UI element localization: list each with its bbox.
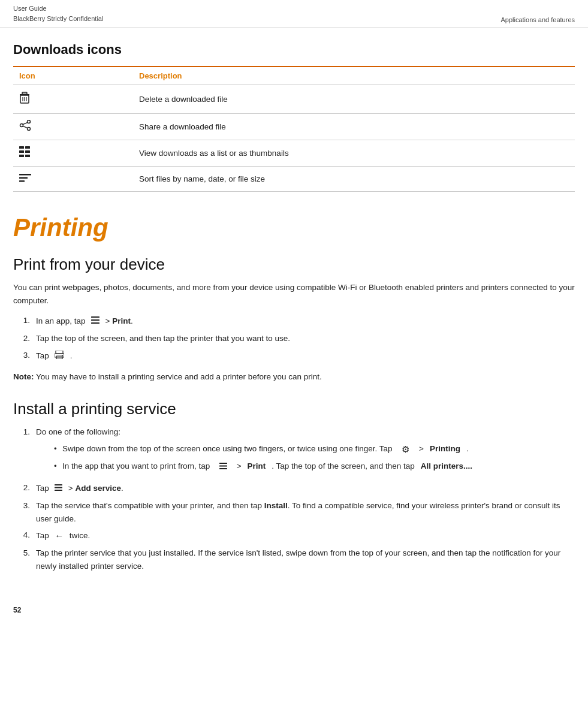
page-header: User Guide BlackBerry Strictly Confident… [0,0,588,28]
svg-point-7 [28,128,31,131]
install-steps-list: 1. Do one of the following: Swipe down f… [13,426,575,572]
print-note: Note: You may have to install a printing… [13,370,575,384]
description-cell-share: Share a downloaded file [133,114,575,140]
icon-cell-trash [13,85,133,114]
print-step-2: 2. Tap the top of the screen, and then t… [13,332,575,345]
table-body: Delete a downloaded file [13,85,575,192]
print-step-1: 1. In an app, tap > Print. [13,314,575,328]
install-service-title: Install a printing service [13,400,575,418]
install-step-5: 5. Tap the printer service that you just… [13,547,575,572]
svg-rect-19 [19,180,25,182]
svg-point-6 [28,120,31,123]
svg-line-10 [23,126,28,128]
table-header-row: Icon Description [13,67,575,85]
downloads-table: Icon Description [13,66,575,192]
svg-rect-32 [55,490,62,491]
printer-inline-icon [55,349,64,363]
back-inline-icon: ← [55,529,64,543]
svg-rect-15 [19,155,24,157]
trash-icon [19,91,30,106]
description-cell-sort: Sort files by name, date, or file size [133,167,575,192]
downloads-section: Downloads icons Icon Description [13,42,575,192]
svg-point-26 [62,355,63,356]
printing-title: Printing [13,213,575,242]
svg-rect-13 [19,150,24,153]
print-from-device-body: You can print webpages, photos, document… [13,281,575,307]
svg-point-8 [20,124,23,127]
svg-rect-23 [56,351,63,354]
svg-rect-14 [25,150,30,153]
print-from-device-subsection: Print from your device You can print web… [13,255,575,383]
print-step-3: 3. Tap . [13,349,575,363]
share-icon [19,120,31,132]
table-row: Share a downloaded file [13,114,575,140]
svg-rect-31 [55,487,62,488]
page-number: 52 [13,606,21,614]
description-cell-view: View downloads as a list or as thumbnail… [133,140,575,167]
header-right: Applications and features [500,16,575,23]
svg-rect-29 [219,468,227,469]
header-left: User Guide BlackBerry Strictly Confident… [13,4,103,23]
svg-rect-16 [25,155,30,157]
settings-inline-icon-1: ⚙ [402,442,409,457]
svg-rect-17 [19,174,31,176]
page-footer: 52 [0,604,588,617]
table-row: Sort files by name, date, or file size [13,167,575,192]
install-printing-service-subsection: Install a printing service 1. Do one of … [13,400,575,572]
description-cell-delete: Delete a downloaded file [133,85,575,114]
svg-rect-21 [91,319,99,321]
svg-rect-27 [219,463,227,464]
sort-icon [19,173,31,184]
svg-line-9 [23,122,28,124]
col-description-header: Description [133,67,575,85]
install-step-2: 2. Tap > Add service. [13,481,575,496]
svg-rect-22 [91,322,99,324]
printing-section: Printing Print from your device You can … [13,213,575,572]
table-row: Delete a downloaded file [13,85,575,114]
menu-inline-icon-3 [55,481,62,496]
bullet-1: Swipe down from the top of the screen on… [54,442,575,457]
install-step-1: 1. Do one of the following: Swipe down f… [13,426,575,478]
grid-icon [19,146,30,159]
col-icon-header: Icon [13,67,133,85]
icon-cell-share [13,114,133,140]
icon-cell-sort [13,167,133,192]
svg-rect-11 [19,146,24,149]
svg-rect-1 [22,92,27,94]
downloads-title: Downloads icons [13,42,575,58]
install-step-1-bullets: Swipe down from the top of the screen on… [54,442,575,474]
svg-rect-30 [55,484,62,485]
menu-inline-icon [91,314,99,328]
svg-rect-18 [19,177,28,179]
svg-rect-12 [25,146,30,149]
install-step-4: 4. Tap ← twice. [13,529,575,543]
table-row: View downloads as a list or as thumbnail… [13,140,575,167]
print-steps-list: 1. In an app, tap > Print. [13,314,575,363]
header-guide-title: User Guide BlackBerry Strictly Confident… [13,4,103,23]
menu-inline-icon-2 [219,460,227,474]
icon-cell-grid [13,140,133,167]
svg-rect-28 [219,465,227,466]
bullet-2: In the app that you want to print from, … [54,460,575,474]
print-from-device-title: Print from your device [13,255,575,274]
main-content: Downloads icons Icon Description [0,28,588,598]
install-step-3: 3. Tap the service that's compatible wit… [13,499,575,525]
svg-rect-20 [91,316,99,318]
